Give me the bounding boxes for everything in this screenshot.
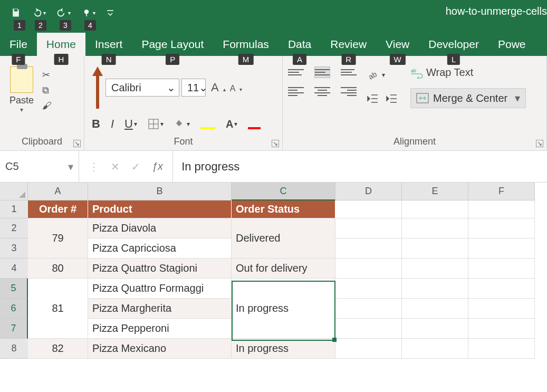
chevron-down-icon[interactable]: ▾	[515, 92, 520, 104]
cell[interactable]	[402, 238, 468, 259]
qat-undo[interactable]: ▾ 2	[32, 7, 46, 18]
cell[interactable]	[468, 238, 535, 259]
cell[interactable]	[402, 259, 468, 279]
name-box[interactable]: C5 ▾	[0, 151, 79, 182]
cell[interactable]: Out for delivery	[232, 259, 335, 279]
col-header[interactable]: C	[232, 183, 335, 200]
cell[interactable]	[335, 238, 402, 259]
increase-indent-button[interactable]	[386, 94, 398, 103]
borders-button[interactable]: ▾	[148, 118, 164, 130]
decrease-font-icon[interactable]: A	[230, 84, 236, 93]
tab-insert[interactable]: Insert N	[85, 33, 132, 56]
align-right-button[interactable]	[341, 85, 357, 97]
table-header-cell[interactable]: Order Status	[232, 200, 335, 218]
underline-button[interactable]: U▾	[124, 117, 137, 131]
dialog-launcher-icon[interactable]: ↘	[536, 140, 543, 147]
qat-save[interactable]: 1	[11, 7, 21, 18]
tab-file[interactable]: File F	[0, 33, 37, 56]
increase-font-icon[interactable]: A	[211, 81, 219, 94]
cell[interactable]: Pizza Capricciosa	[88, 238, 232, 259]
bold-button[interactable]: B	[92, 117, 100, 131]
cell[interactable]	[468, 200, 535, 218]
col-header[interactable]: F	[468, 183, 535, 200]
italic-button[interactable]: I	[111, 117, 114, 131]
tab-page-layout[interactable]: Page Layout P	[132, 33, 213, 56]
cell[interactable]	[468, 259, 535, 279]
tab-power[interactable]: Powe	[488, 33, 535, 56]
tab-data[interactable]: Data A	[279, 33, 321, 56]
cell[interactable]: Pizza Quattro Stagioni	[88, 259, 232, 279]
row-header[interactable]: 8	[0, 339, 28, 359]
row-header[interactable]: 6	[0, 299, 28, 319]
cell[interactable]	[335, 299, 402, 319]
cell[interactable]	[468, 319, 535, 339]
qat-redo[interactable]: ▾ 3	[56, 7, 71, 18]
formula-input[interactable]: In progress	[173, 151, 547, 182]
cell[interactable]: Pizza Pepperoni	[88, 319, 232, 339]
tab-view[interactable]: View W	[376, 33, 419, 56]
paste-button[interactable]: Paste ▾	[5, 66, 38, 113]
row-header[interactable]: 3	[0, 238, 28, 259]
cell[interactable]	[335, 319, 402, 339]
cell[interactable]	[335, 279, 402, 299]
cell[interactable]: Pizza Quattro Formaggi	[88, 279, 232, 299]
cell[interactable]: Pizza Margherita	[88, 299, 232, 319]
align-middle-button[interactable]	[314, 66, 330, 78]
row-header[interactable]: 5	[0, 279, 28, 299]
row-header[interactable]: 7	[0, 319, 28, 339]
tab-developer[interactable]: Developer L	[419, 33, 488, 56]
align-top-button[interactable]	[288, 66, 304, 78]
font-size-select[interactable]: 11 ⌄	[181, 79, 206, 97]
cell[interactable]: Pizza Diavola	[88, 218, 232, 238]
row-header[interactable]: 4	[0, 259, 28, 279]
fill-color-button[interactable]: ▾	[174, 119, 190, 129]
chevron-down-icon[interactable]: ▾	[43, 10, 46, 16]
col-header[interactable]: E	[402, 183, 468, 200]
cell[interactable]	[402, 200, 468, 218]
cell[interactable]: Delivered	[232, 218, 335, 259]
tab-home[interactable]: Home H	[37, 33, 85, 56]
cell[interactable]: 79	[28, 218, 88, 259]
qat-touch-mode[interactable]: ▾ 4	[81, 7, 95, 18]
decrease-indent-button[interactable]	[367, 94, 379, 103]
cell[interactable]: In progress	[232, 339, 335, 359]
table-header-cell[interactable]: Order #	[28, 200, 88, 218]
row-header[interactable]: 1	[0, 200, 28, 218]
cell[interactable]: 82	[28, 339, 88, 359]
merge-center-button[interactable]: Merge & Center ▾	[410, 88, 526, 108]
cell[interactable]: 80	[28, 259, 88, 279]
cell[interactable]: Pizza Mexicano	[88, 339, 232, 359]
table-header-cell[interactable]: Product	[88, 200, 232, 218]
cell[interactable]	[402, 299, 468, 319]
copy-icon[interactable]: ⧉	[42, 85, 52, 96]
chevron-down-icon[interactable]: ▾	[93, 10, 95, 16]
tab-formulas[interactable]: Formulas M	[213, 33, 279, 56]
dialog-launcher-icon[interactable]: ↘	[272, 140, 279, 147]
cell[interactable]	[402, 218, 468, 238]
handle-icon[interactable]: ⋮	[89, 160, 99, 173]
cell[interactable]	[335, 259, 402, 279]
cell[interactable]	[468, 339, 535, 359]
col-header[interactable]: B	[88, 183, 232, 200]
col-header[interactable]: A	[28, 183, 88, 200]
dialog-launcher-icon[interactable]: ↘	[73, 140, 81, 147]
chevron-down-icon[interactable]: ▾	[68, 10, 71, 16]
cell-selected[interactable]: In progress	[232, 279, 335, 339]
cell[interactable]	[402, 339, 468, 359]
orientation-button[interactable]: ab▾	[367, 69, 398, 81]
cell[interactable]	[402, 279, 468, 299]
cut-icon[interactable]: ✂	[42, 69, 52, 81]
col-header[interactable]: D	[335, 183, 402, 200]
cell[interactable]	[468, 299, 535, 319]
cell[interactable]	[402, 319, 468, 339]
font-name-select[interactable]: Calibri ⌄	[105, 79, 179, 97]
select-all-corner[interactable]	[0, 183, 28, 200]
cell[interactable]	[335, 200, 402, 218]
tab-review[interactable]: Review R	[321, 33, 376, 56]
cell[interactable]	[468, 279, 535, 299]
cell[interactable]	[335, 339, 402, 359]
wrap-text-button[interactable]: ab Wrap Text	[410, 66, 526, 79]
align-center-button[interactable]	[314, 85, 330, 97]
chevron-down-icon[interactable]: ▾	[68, 160, 73, 173]
align-bottom-button[interactable]	[341, 66, 357, 78]
